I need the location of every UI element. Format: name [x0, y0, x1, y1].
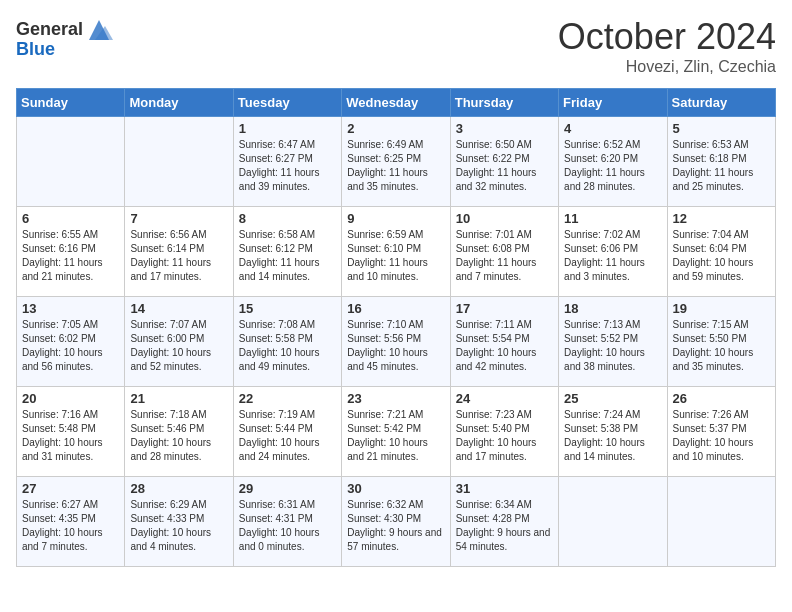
day-number: 8	[239, 211, 336, 226]
day-cell: 22Sunrise: 7:19 AM Sunset: 5:44 PM Dayli…	[233, 387, 341, 477]
day-number: 27	[22, 481, 119, 496]
calendar-table: SundayMondayTuesdayWednesdayThursdayFrid…	[16, 88, 776, 567]
day-info: Sunrise: 6:27 AM Sunset: 4:35 PM Dayligh…	[22, 498, 119, 554]
day-number: 11	[564, 211, 661, 226]
day-header-tuesday: Tuesday	[233, 89, 341, 117]
day-header-sunday: Sunday	[17, 89, 125, 117]
day-info: Sunrise: 6:32 AM Sunset: 4:30 PM Dayligh…	[347, 498, 444, 554]
day-header-monday: Monday	[125, 89, 233, 117]
day-cell: 11Sunrise: 7:02 AM Sunset: 6:06 PM Dayli…	[559, 207, 667, 297]
day-cell: 30Sunrise: 6:32 AM Sunset: 4:30 PM Dayli…	[342, 477, 450, 567]
header-row: SundayMondayTuesdayWednesdayThursdayFrid…	[17, 89, 776, 117]
day-cell: 3Sunrise: 6:50 AM Sunset: 6:22 PM Daylig…	[450, 117, 558, 207]
day-cell: 13Sunrise: 7:05 AM Sunset: 6:02 PM Dayli…	[17, 297, 125, 387]
day-number: 12	[673, 211, 770, 226]
day-info: Sunrise: 6:55 AM Sunset: 6:16 PM Dayligh…	[22, 228, 119, 284]
day-cell: 23Sunrise: 7:21 AM Sunset: 5:42 PM Dayli…	[342, 387, 450, 477]
week-row-3: 13Sunrise: 7:05 AM Sunset: 6:02 PM Dayli…	[17, 297, 776, 387]
day-cell: 6Sunrise: 6:55 AM Sunset: 6:16 PM Daylig…	[17, 207, 125, 297]
day-number: 30	[347, 481, 444, 496]
day-info: Sunrise: 7:13 AM Sunset: 5:52 PM Dayligh…	[564, 318, 661, 374]
day-info: Sunrise: 6:47 AM Sunset: 6:27 PM Dayligh…	[239, 138, 336, 194]
day-info: Sunrise: 7:04 AM Sunset: 6:04 PM Dayligh…	[673, 228, 770, 284]
day-info: Sunrise: 7:23 AM Sunset: 5:40 PM Dayligh…	[456, 408, 553, 464]
day-cell: 7Sunrise: 6:56 AM Sunset: 6:14 PM Daylig…	[125, 207, 233, 297]
day-cell: 8Sunrise: 6:58 AM Sunset: 6:12 PM Daylig…	[233, 207, 341, 297]
day-number: 1	[239, 121, 336, 136]
day-number: 28	[130, 481, 227, 496]
month-title: October 2024	[558, 16, 776, 58]
day-cell: 19Sunrise: 7:15 AM Sunset: 5:50 PM Dayli…	[667, 297, 775, 387]
day-number: 16	[347, 301, 444, 316]
day-number: 4	[564, 121, 661, 136]
day-cell: 4Sunrise: 6:52 AM Sunset: 6:20 PM Daylig…	[559, 117, 667, 207]
day-cell	[559, 477, 667, 567]
day-cell: 10Sunrise: 7:01 AM Sunset: 6:08 PM Dayli…	[450, 207, 558, 297]
day-info: Sunrise: 7:08 AM Sunset: 5:58 PM Dayligh…	[239, 318, 336, 374]
week-row-5: 27Sunrise: 6:27 AM Sunset: 4:35 PM Dayli…	[17, 477, 776, 567]
day-info: Sunrise: 7:10 AM Sunset: 5:56 PM Dayligh…	[347, 318, 444, 374]
logo: General Blue	[16, 16, 113, 60]
day-number: 31	[456, 481, 553, 496]
day-info: Sunrise: 7:15 AM Sunset: 5:50 PM Dayligh…	[673, 318, 770, 374]
day-info: Sunrise: 7:02 AM Sunset: 6:06 PM Dayligh…	[564, 228, 661, 284]
logo-blue-text: Blue	[16, 40, 55, 60]
day-info: Sunrise: 6:53 AM Sunset: 6:18 PM Dayligh…	[673, 138, 770, 194]
day-info: Sunrise: 6:59 AM Sunset: 6:10 PM Dayligh…	[347, 228, 444, 284]
day-header-saturday: Saturday	[667, 89, 775, 117]
day-info: Sunrise: 7:01 AM Sunset: 6:08 PM Dayligh…	[456, 228, 553, 284]
day-number: 6	[22, 211, 119, 226]
day-cell: 16Sunrise: 7:10 AM Sunset: 5:56 PM Dayli…	[342, 297, 450, 387]
day-cell: 18Sunrise: 7:13 AM Sunset: 5:52 PM Dayli…	[559, 297, 667, 387]
day-cell: 24Sunrise: 7:23 AM Sunset: 5:40 PM Dayli…	[450, 387, 558, 477]
day-header-wednesday: Wednesday	[342, 89, 450, 117]
day-cell: 31Sunrise: 6:34 AM Sunset: 4:28 PM Dayli…	[450, 477, 558, 567]
day-info: Sunrise: 7:19 AM Sunset: 5:44 PM Dayligh…	[239, 408, 336, 464]
day-info: Sunrise: 7:26 AM Sunset: 5:37 PM Dayligh…	[673, 408, 770, 464]
day-info: Sunrise: 6:49 AM Sunset: 6:25 PM Dayligh…	[347, 138, 444, 194]
day-cell	[125, 117, 233, 207]
day-number: 23	[347, 391, 444, 406]
day-number: 21	[130, 391, 227, 406]
day-number: 10	[456, 211, 553, 226]
day-number: 13	[22, 301, 119, 316]
day-number: 19	[673, 301, 770, 316]
day-cell: 20Sunrise: 7:16 AM Sunset: 5:48 PM Dayli…	[17, 387, 125, 477]
title-block: October 2024 Hovezi, Zlin, Czechia	[558, 16, 776, 76]
day-number: 5	[673, 121, 770, 136]
day-info: Sunrise: 7:21 AM Sunset: 5:42 PM Dayligh…	[347, 408, 444, 464]
day-cell: 1Sunrise: 6:47 AM Sunset: 6:27 PM Daylig…	[233, 117, 341, 207]
day-number: 22	[239, 391, 336, 406]
day-number: 25	[564, 391, 661, 406]
week-row-4: 20Sunrise: 7:16 AM Sunset: 5:48 PM Dayli…	[17, 387, 776, 477]
day-number: 3	[456, 121, 553, 136]
day-cell: 25Sunrise: 7:24 AM Sunset: 5:38 PM Dayli…	[559, 387, 667, 477]
day-cell: 17Sunrise: 7:11 AM Sunset: 5:54 PM Dayli…	[450, 297, 558, 387]
day-cell	[17, 117, 125, 207]
day-cell: 28Sunrise: 6:29 AM Sunset: 4:33 PM Dayli…	[125, 477, 233, 567]
day-info: Sunrise: 7:05 AM Sunset: 6:02 PM Dayligh…	[22, 318, 119, 374]
day-cell: 27Sunrise: 6:27 AM Sunset: 4:35 PM Dayli…	[17, 477, 125, 567]
week-row-1: 1Sunrise: 6:47 AM Sunset: 6:27 PM Daylig…	[17, 117, 776, 207]
day-number: 29	[239, 481, 336, 496]
logo-general-text: General	[16, 20, 83, 40]
day-number: 18	[564, 301, 661, 316]
day-number: 7	[130, 211, 227, 226]
day-info: Sunrise: 6:58 AM Sunset: 6:12 PM Dayligh…	[239, 228, 336, 284]
day-number: 9	[347, 211, 444, 226]
day-cell: 15Sunrise: 7:08 AM Sunset: 5:58 PM Dayli…	[233, 297, 341, 387]
day-number: 17	[456, 301, 553, 316]
day-header-friday: Friday	[559, 89, 667, 117]
location-title: Hovezi, Zlin, Czechia	[558, 58, 776, 76]
day-number: 24	[456, 391, 553, 406]
day-info: Sunrise: 6:31 AM Sunset: 4:31 PM Dayligh…	[239, 498, 336, 554]
day-cell: 5Sunrise: 6:53 AM Sunset: 6:18 PM Daylig…	[667, 117, 775, 207]
day-number: 20	[22, 391, 119, 406]
day-info: Sunrise: 7:18 AM Sunset: 5:46 PM Dayligh…	[130, 408, 227, 464]
day-info: Sunrise: 7:16 AM Sunset: 5:48 PM Dayligh…	[22, 408, 119, 464]
day-cell: 12Sunrise: 7:04 AM Sunset: 6:04 PM Dayli…	[667, 207, 775, 297]
day-info: Sunrise: 7:24 AM Sunset: 5:38 PM Dayligh…	[564, 408, 661, 464]
day-info: Sunrise: 6:56 AM Sunset: 6:14 PM Dayligh…	[130, 228, 227, 284]
day-info: Sunrise: 6:50 AM Sunset: 6:22 PM Dayligh…	[456, 138, 553, 194]
day-number: 14	[130, 301, 227, 316]
